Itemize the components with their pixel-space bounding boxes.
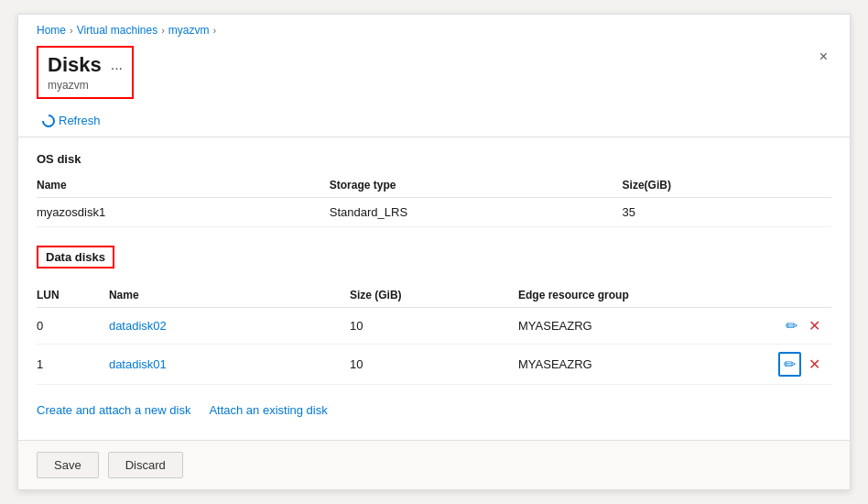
disks-panel: Home › Virtual machines › myazvm › Disks… bbox=[17, 14, 851, 490]
close-button[interactable]: × bbox=[816, 46, 831, 68]
content-area: OS disk Name Storage type Size(GiB) myaz… bbox=[18, 137, 850, 440]
data-disks-table: LUN Name Size (GiB) Edge resource group … bbox=[37, 283, 831, 385]
data-disks-header-row: LUN Name Size (GiB) Edge resource group bbox=[37, 283, 831, 308]
os-col-name-header: Name bbox=[37, 173, 330, 198]
edit-disk-0-button[interactable]: ✏ bbox=[782, 315, 801, 336]
delete-disk-1-button[interactable]: ✕ bbox=[805, 354, 824, 375]
os-disk-storage-type: Standard_LRS bbox=[330, 198, 623, 227]
breadcrumb-home[interactable]: Home bbox=[37, 24, 66, 37]
breadcrumb-sep-2: › bbox=[161, 25, 165, 36]
disk-size-0: 10 bbox=[350, 308, 518, 345]
lun-1: 1 bbox=[37, 345, 109, 385]
col-actions-header bbox=[759, 283, 831, 308]
os-col-size-header: Size(GiB) bbox=[623, 173, 831, 198]
disk-actions-0: ✏ ✕ bbox=[759, 308, 831, 345]
os-disk-size: 35 bbox=[623, 198, 831, 227]
col-size-header: Size (GiB) bbox=[350, 283, 518, 308]
os-col-storage-header: Storage type bbox=[330, 173, 623, 198]
breadcrumb-vms[interactable]: Virtual machines bbox=[77, 24, 158, 37]
col-edge-header: Edge resource group bbox=[518, 283, 759, 308]
disk-actions-1: ✏ ✕ bbox=[759, 345, 831, 385]
save-button[interactable]: Save bbox=[37, 452, 99, 478]
ellipsis-menu[interactable]: ... bbox=[111, 57, 123, 73]
os-disk-row: myazosdisk1 Standard_LRS 35 bbox=[37, 198, 831, 227]
refresh-button[interactable]: Refresh bbox=[37, 110, 106, 131]
vm-subtitle: myazvm bbox=[48, 79, 123, 92]
disk-edge-0: MYASEAZRG bbox=[518, 308, 759, 345]
breadcrumb-sep-3: › bbox=[213, 25, 217, 36]
discard-button[interactable]: Discard bbox=[108, 452, 183, 478]
header-row: Disks ... myazvm × bbox=[18, 42, 850, 104]
toolbar: Refresh bbox=[18, 104, 850, 137]
disk-edge-1: MYASEAZRG bbox=[518, 345, 759, 385]
attach-existing-disk-link[interactable]: Attach an existing disk bbox=[209, 403, 327, 417]
breadcrumb: Home › Virtual machines › myazvm › bbox=[18, 15, 850, 42]
footer: Save Discard bbox=[18, 440, 850, 489]
table-row: 1 datadisk01 10 MYASEAZRG ✏ ✕ bbox=[37, 345, 831, 385]
os-disk-name: myazosdisk1 bbox=[37, 198, 330, 227]
data-disks-section-title: Data disks bbox=[37, 246, 114, 268]
os-disk-section-title: OS disk bbox=[37, 152, 831, 166]
disk-size-1: 10 bbox=[350, 345, 518, 385]
table-row: 0 datadisk02 10 MYASEAZRG ✏ ✕ bbox=[37, 308, 831, 345]
lun-0: 0 bbox=[37, 308, 109, 345]
page-title: Disks ... bbox=[48, 53, 123, 77]
os-disk-header-row: Name Storage type Size(GiB) bbox=[37, 173, 831, 198]
disk-name-0[interactable]: datadisk02 bbox=[109, 308, 350, 345]
refresh-icon bbox=[39, 112, 58, 130]
os-disk-table: Name Storage type Size(GiB) myazosdisk1 … bbox=[37, 173, 831, 227]
disk-name-1[interactable]: datadisk01 bbox=[109, 345, 350, 385]
breadcrumb-sep-1: › bbox=[70, 25, 73, 36]
action-links: Create and attach a new disk Attach an e… bbox=[37, 403, 831, 417]
title-block: Disks ... myazvm bbox=[37, 46, 134, 99]
refresh-label: Refresh bbox=[59, 114, 101, 127]
edit-disk-1-button[interactable]: ✏ bbox=[778, 352, 801, 377]
breadcrumb-vm[interactable]: myazvm bbox=[168, 24, 210, 37]
col-lun-header: LUN bbox=[37, 283, 109, 308]
create-attach-new-disk-link[interactable]: Create and attach a new disk bbox=[37, 403, 190, 417]
col-name-header: Name bbox=[109, 283, 350, 308]
delete-disk-0-button[interactable]: ✕ bbox=[805, 315, 824, 336]
